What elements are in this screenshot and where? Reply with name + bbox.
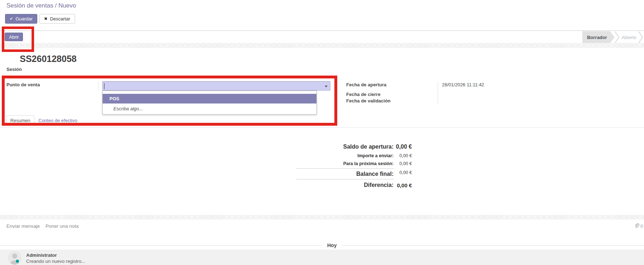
opening-date-value: 28/01/2026 11:11:42 [442,82,484,87]
save-button-label: Guardar [15,16,33,21]
pos-field-label: Punto de venta [6,82,40,87]
chevron-right-icon [615,31,620,43]
difference-label: Diferencia: [251,182,394,188]
opening-balance-label: Saldo de apertura: [251,144,394,150]
next-session-value: 0,00 € [395,161,412,166]
discard-button-label: Descartar [50,16,70,21]
column-divider [98,81,99,91]
summary-divider [296,179,394,179]
chevron-right-icon [638,31,643,43]
person-icon [8,251,22,265]
stage-borrador[interactable]: Borrador [582,31,615,43]
check-icon: ✔ [10,17,13,21]
pos-dropdown: POS Escriba algo... [102,91,317,115]
next-session-label: Para la próxima sesión: [251,161,394,166]
breadcrumb: Sesión de ventas / Nuevo [6,2,76,9]
message-row [0,250,644,265]
breadcrumb-separator: / [55,2,58,9]
message-author: Administrator [26,252,57,258]
tab-resumen[interactable]: Resumen [6,115,34,126]
tab-conteo-de-efectivo[interactable]: Conteo de efectivo [38,118,77,123]
dropdown-hint: Escriba algo... [103,103,316,114]
chevron-down-icon[interactable] [325,86,328,87]
column-divider [438,81,438,104]
sheet-top-divider [0,43,644,48]
final-balance-value: 0,00 € [395,170,412,175]
attachment-counter[interactable]: 0 [634,223,643,230]
notebook-border [0,127,644,128]
final-balance-label: Balance final: [251,171,394,177]
statusbar-stages: Borrador Abierto C [582,31,644,43]
breadcrumb-sales-session[interactable]: Sesión de ventas [6,2,53,9]
discard-button[interactable]: ✖ Descartar [39,14,75,24]
send-message-button[interactable]: Enviar mensaje [6,223,40,229]
online-status-dot [15,259,19,263]
page-title: SS260128058 [20,54,76,64]
date-divider-label: Hoy [322,242,342,248]
breadcrumb-current: Nuevo [58,2,76,9]
difference-value: 0,00 € [395,182,412,188]
text-cursor [104,83,104,89]
statusbar: Abrir Borrador Abierto C [0,30,644,43]
closing-date-label: Fecha de cierre [346,92,380,97]
save-button[interactable]: ✔ Guardar [5,14,37,24]
attachment-count: 0 [640,223,643,229]
chatter-top-divider [0,215,644,220]
open-session-button[interactable]: Abrir [5,33,23,41]
dropdown-option-pos[interactable]: POS [103,94,316,103]
opening-date-label: Fecha de apertura [346,82,386,87]
avatar [8,251,22,265]
validation-date-label: Fecha de validación [346,98,391,103]
session-field-label: Sesión [6,67,22,72]
stage-abierto[interactable]: Abierto [620,31,638,43]
paperclip-icon [634,223,639,230]
pos-session-form-page: Sesión de ventas / Nuevo ✔ Guardar ✖ Des… [0,0,644,265]
summary-divider [296,168,394,169]
pos-input[interactable] [102,81,330,91]
x-icon: ✖ [44,17,47,21]
amount-to-send-label: Importe a enviar: [251,153,394,158]
amount-to-send-value: 0,00 € [395,153,412,158]
open-session-button-label: Abrir [9,34,19,40]
message-body: Creando un nuevo registro... [26,259,85,264]
log-note-button[interactable]: Poner una nota [46,223,79,229]
form-toolbar: ✔ Guardar ✖ Descartar [5,14,75,24]
opening-balance-value: 0,00 € [395,144,412,150]
